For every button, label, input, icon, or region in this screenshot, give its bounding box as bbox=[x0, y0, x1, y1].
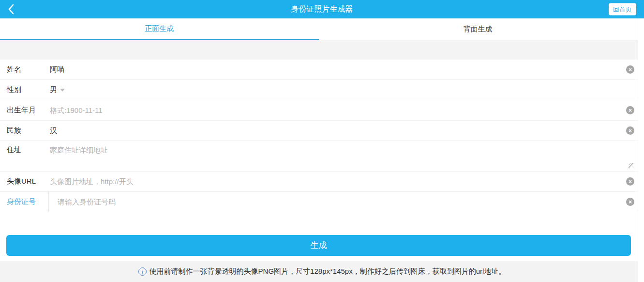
birthdate-field-wrap: × bbox=[50, 106, 634, 114]
gender-label: 性别 bbox=[7, 85, 50, 94]
ethnicity-input[interactable] bbox=[50, 126, 621, 135]
form-row-gender: 性别 男 bbox=[0, 80, 644, 100]
birthdate-label: 出生年月 bbox=[7, 106, 50, 115]
address-field-wrap bbox=[50, 145, 634, 168]
home-button[interactable]: 回首页 bbox=[609, 3, 636, 16]
form-top-spacer bbox=[0, 40, 644, 60]
name-input[interactable] bbox=[50, 65, 621, 74]
chevron-left-icon bbox=[8, 4, 14, 15]
id-card-form: 姓名 × 性别 男 出生年月 × 民族 × 住址 头像URL bbox=[0, 60, 644, 256]
clear-ethnicity-icon[interactable]: × bbox=[626, 126, 634, 135]
ethnicity-label: 民族 bbox=[7, 126, 50, 135]
resize-grip-icon[interactable] bbox=[629, 163, 633, 168]
info-icon: i bbox=[138, 267, 147, 276]
form-row-birthdate: 出生年月 × bbox=[0, 100, 644, 121]
tab-front-generate[interactable]: 正面生成 bbox=[0, 18, 319, 40]
address-textarea[interactable] bbox=[50, 145, 634, 168]
footer-note-text: 使用前请制作一张背景透明的头像PNG图片，尺寸128px*145px，制作好之后… bbox=[150, 267, 506, 276]
clear-birthdate-icon[interactable]: × bbox=[626, 106, 634, 114]
clear-id-number-icon[interactable]: × bbox=[626, 198, 634, 206]
scrollbar-gutter[interactable] bbox=[638, 18, 644, 282]
form-row-avatar-url: 头像URL × bbox=[0, 172, 644, 192]
tab-bar: 正面生成 背面生成 bbox=[0, 18, 637, 40]
gender-picker[interactable]: 男 bbox=[50, 85, 634, 94]
avatar-url-field-wrap: × bbox=[50, 177, 634, 186]
form-row-name: 姓名 × bbox=[0, 60, 644, 80]
birthdate-input[interactable] bbox=[50, 106, 621, 114]
address-label: 住址 bbox=[7, 145, 50, 155]
tab-back-generate[interactable]: 背面生成 bbox=[319, 18, 638, 40]
name-field-wrap: × bbox=[50, 65, 634, 74]
generate-button[interactable]: 生成 bbox=[6, 235, 631, 256]
triangle-down-icon bbox=[60, 89, 65, 92]
id-number-field-wrap: × bbox=[48, 192, 634, 212]
clear-avatar-url-icon[interactable]: × bbox=[626, 177, 634, 186]
avatar-url-label: 头像URL bbox=[7, 177, 50, 186]
avatar-url-input[interactable] bbox=[50, 177, 621, 186]
form-row-address: 住址 bbox=[0, 141, 644, 172]
page-title: 身份证照片生成器 bbox=[291, 4, 353, 15]
ethnicity-field-wrap: × bbox=[50, 126, 634, 135]
form-row-id-number: 身份证号 × bbox=[0, 192, 644, 212]
gender-value: 男 bbox=[50, 85, 57, 94]
id-number-input[interactable] bbox=[58, 198, 621, 206]
form-row-ethnicity: 民族 × bbox=[0, 121, 644, 141]
back-button[interactable] bbox=[5, 0, 17, 18]
footer-note-band: i 使用前请制作一张背景透明的头像PNG图片，尺寸128px*145px，制作好… bbox=[0, 261, 644, 282]
clear-name-icon[interactable]: × bbox=[626, 65, 634, 74]
name-label: 姓名 bbox=[7, 65, 50, 74]
app-header: 身份证照片生成器 回首页 bbox=[0, 0, 644, 18]
id-number-label: 身份证号 bbox=[7, 197, 48, 206]
